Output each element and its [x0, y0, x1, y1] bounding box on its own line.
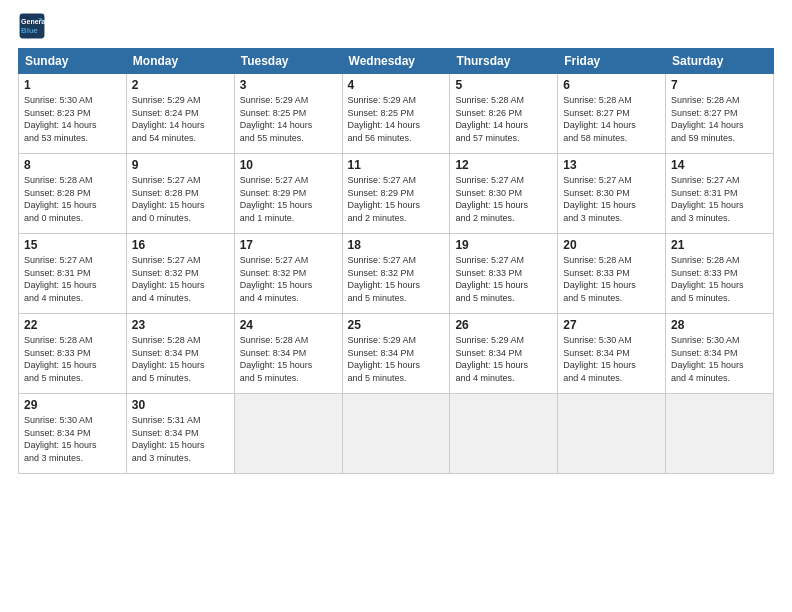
day-info: Sunrise: 5:27 AM Sunset: 8:33 PM Dayligh…: [455, 254, 552, 304]
day-number: 2: [132, 78, 229, 92]
day-number: 25: [348, 318, 445, 332]
day-info: Sunrise: 5:28 AM Sunset: 8:28 PM Dayligh…: [24, 174, 121, 224]
calendar-cell: [342, 394, 450, 474]
day-number: 18: [348, 238, 445, 252]
day-info: Sunrise: 5:30 AM Sunset: 8:23 PM Dayligh…: [24, 94, 121, 144]
calendar-table: SundayMondayTuesdayWednesdayThursdayFrid…: [18, 48, 774, 474]
day-number: 14: [671, 158, 768, 172]
calendar-cell: 28Sunrise: 5:30 AM Sunset: 8:34 PM Dayli…: [666, 314, 774, 394]
day-number: 7: [671, 78, 768, 92]
calendar-cell: 13Sunrise: 5:27 AM Sunset: 8:30 PM Dayli…: [558, 154, 666, 234]
calendar-cell: 2Sunrise: 5:29 AM Sunset: 8:24 PM Daylig…: [126, 74, 234, 154]
calendar-cell: 6Sunrise: 5:28 AM Sunset: 8:27 PM Daylig…: [558, 74, 666, 154]
day-info: Sunrise: 5:27 AM Sunset: 8:31 PM Dayligh…: [671, 174, 768, 224]
day-number: 27: [563, 318, 660, 332]
logo: General Blue: [18, 12, 46, 40]
day-info: Sunrise: 5:28 AM Sunset: 8:34 PM Dayligh…: [240, 334, 337, 384]
calendar-cell: 22Sunrise: 5:28 AM Sunset: 8:33 PM Dayli…: [19, 314, 127, 394]
calendar-cell: 5Sunrise: 5:28 AM Sunset: 8:26 PM Daylig…: [450, 74, 558, 154]
day-info: Sunrise: 5:27 AM Sunset: 8:29 PM Dayligh…: [348, 174, 445, 224]
calendar-cell: [666, 394, 774, 474]
day-number: 17: [240, 238, 337, 252]
calendar-cell: 11Sunrise: 5:27 AM Sunset: 8:29 PM Dayli…: [342, 154, 450, 234]
calendar-cell: [558, 394, 666, 474]
calendar-cell: 1Sunrise: 5:30 AM Sunset: 8:23 PM Daylig…: [19, 74, 127, 154]
day-info: Sunrise: 5:28 AM Sunset: 8:33 PM Dayligh…: [671, 254, 768, 304]
day-number: 23: [132, 318, 229, 332]
day-number: 19: [455, 238, 552, 252]
calendar-cell: [234, 394, 342, 474]
day-info: Sunrise: 5:28 AM Sunset: 8:33 PM Dayligh…: [24, 334, 121, 384]
calendar-header-row: SundayMondayTuesdayWednesdayThursdayFrid…: [19, 49, 774, 74]
day-number: 13: [563, 158, 660, 172]
day-number: 22: [24, 318, 121, 332]
day-number: 21: [671, 238, 768, 252]
day-header-friday: Friday: [558, 49, 666, 74]
week-row-2: 8Sunrise: 5:28 AM Sunset: 8:28 PM Daylig…: [19, 154, 774, 234]
day-info: Sunrise: 5:28 AM Sunset: 8:27 PM Dayligh…: [671, 94, 768, 144]
day-number: 8: [24, 158, 121, 172]
day-number: 11: [348, 158, 445, 172]
day-number: 26: [455, 318, 552, 332]
week-row-5: 29Sunrise: 5:30 AM Sunset: 8:34 PM Dayli…: [19, 394, 774, 474]
day-number: 24: [240, 318, 337, 332]
calendar-cell: 19Sunrise: 5:27 AM Sunset: 8:33 PM Dayli…: [450, 234, 558, 314]
calendar-cell: 21Sunrise: 5:28 AM Sunset: 8:33 PM Dayli…: [666, 234, 774, 314]
day-info: Sunrise: 5:27 AM Sunset: 8:28 PM Dayligh…: [132, 174, 229, 224]
day-info: Sunrise: 5:30 AM Sunset: 8:34 PM Dayligh…: [671, 334, 768, 384]
calendar-cell: 17Sunrise: 5:27 AM Sunset: 8:32 PM Dayli…: [234, 234, 342, 314]
day-info: Sunrise: 5:27 AM Sunset: 8:30 PM Dayligh…: [563, 174, 660, 224]
day-info: Sunrise: 5:27 AM Sunset: 8:32 PM Dayligh…: [240, 254, 337, 304]
day-info: Sunrise: 5:27 AM Sunset: 8:32 PM Dayligh…: [132, 254, 229, 304]
day-number: 9: [132, 158, 229, 172]
day-header-tuesday: Tuesday: [234, 49, 342, 74]
day-number: 16: [132, 238, 229, 252]
day-info: Sunrise: 5:29 AM Sunset: 8:25 PM Dayligh…: [348, 94, 445, 144]
day-number: 20: [563, 238, 660, 252]
page: General Blue SundayMondayTuesdayWednesda…: [0, 0, 792, 612]
calendar-cell: 23Sunrise: 5:28 AM Sunset: 8:34 PM Dayli…: [126, 314, 234, 394]
day-info: Sunrise: 5:27 AM Sunset: 8:29 PM Dayligh…: [240, 174, 337, 224]
week-row-4: 22Sunrise: 5:28 AM Sunset: 8:33 PM Dayli…: [19, 314, 774, 394]
day-header-monday: Monday: [126, 49, 234, 74]
day-number: 29: [24, 398, 121, 412]
header: General Blue: [18, 12, 774, 40]
svg-text:General: General: [21, 18, 46, 25]
day-number: 6: [563, 78, 660, 92]
day-number: 4: [348, 78, 445, 92]
day-number: 10: [240, 158, 337, 172]
day-info: Sunrise: 5:31 AM Sunset: 8:34 PM Dayligh…: [132, 414, 229, 464]
day-info: Sunrise: 5:29 AM Sunset: 8:34 PM Dayligh…: [455, 334, 552, 384]
day-info: Sunrise: 5:28 AM Sunset: 8:34 PM Dayligh…: [132, 334, 229, 384]
calendar-cell: 10Sunrise: 5:27 AM Sunset: 8:29 PM Dayli…: [234, 154, 342, 234]
week-row-3: 15Sunrise: 5:27 AM Sunset: 8:31 PM Dayli…: [19, 234, 774, 314]
calendar-cell: 29Sunrise: 5:30 AM Sunset: 8:34 PM Dayli…: [19, 394, 127, 474]
calendar-cell: 9Sunrise: 5:27 AM Sunset: 8:28 PM Daylig…: [126, 154, 234, 234]
calendar-cell: 30Sunrise: 5:31 AM Sunset: 8:34 PM Dayli…: [126, 394, 234, 474]
day-header-sunday: Sunday: [19, 49, 127, 74]
calendar-cell: [450, 394, 558, 474]
day-info: Sunrise: 5:27 AM Sunset: 8:31 PM Dayligh…: [24, 254, 121, 304]
calendar-cell: 18Sunrise: 5:27 AM Sunset: 8:32 PM Dayli…: [342, 234, 450, 314]
calendar-cell: 26Sunrise: 5:29 AM Sunset: 8:34 PM Dayli…: [450, 314, 558, 394]
day-info: Sunrise: 5:28 AM Sunset: 8:33 PM Dayligh…: [563, 254, 660, 304]
day-number: 5: [455, 78, 552, 92]
calendar-cell: 4Sunrise: 5:29 AM Sunset: 8:25 PM Daylig…: [342, 74, 450, 154]
day-number: 3: [240, 78, 337, 92]
calendar-cell: 15Sunrise: 5:27 AM Sunset: 8:31 PM Dayli…: [19, 234, 127, 314]
day-header-wednesday: Wednesday: [342, 49, 450, 74]
calendar-cell: 27Sunrise: 5:30 AM Sunset: 8:34 PM Dayli…: [558, 314, 666, 394]
calendar-cell: 12Sunrise: 5:27 AM Sunset: 8:30 PM Dayli…: [450, 154, 558, 234]
day-info: Sunrise: 5:29 AM Sunset: 8:34 PM Dayligh…: [348, 334, 445, 384]
day-number: 12: [455, 158, 552, 172]
day-info: Sunrise: 5:27 AM Sunset: 8:32 PM Dayligh…: [348, 254, 445, 304]
day-info: Sunrise: 5:29 AM Sunset: 8:25 PM Dayligh…: [240, 94, 337, 144]
day-header-saturday: Saturday: [666, 49, 774, 74]
calendar-cell: 20Sunrise: 5:28 AM Sunset: 8:33 PM Dayli…: [558, 234, 666, 314]
calendar-cell: 24Sunrise: 5:28 AM Sunset: 8:34 PM Dayli…: [234, 314, 342, 394]
day-info: Sunrise: 5:30 AM Sunset: 8:34 PM Dayligh…: [563, 334, 660, 384]
calendar-cell: 16Sunrise: 5:27 AM Sunset: 8:32 PM Dayli…: [126, 234, 234, 314]
day-info: Sunrise: 5:28 AM Sunset: 8:26 PM Dayligh…: [455, 94, 552, 144]
day-number: 15: [24, 238, 121, 252]
day-number: 28: [671, 318, 768, 332]
